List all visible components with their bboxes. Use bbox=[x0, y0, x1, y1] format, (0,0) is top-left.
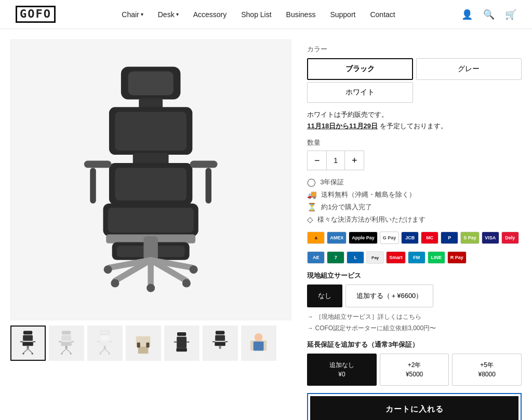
svg-line-44 bbox=[62, 348, 66, 353]
svg-line-34 bbox=[23, 348, 28, 353]
svg-rect-11 bbox=[206, 168, 211, 204]
warranty-title: 延長保証を追加する（通常3年保証） bbox=[307, 340, 522, 349]
qty-minus-button[interactable]: − bbox=[308, 151, 326, 170]
svg-line-35 bbox=[28, 348, 33, 353]
cart-button-container: カートに入れる bbox=[307, 393, 522, 420]
warranty-none-button[interactable]: 追加なし¥0 bbox=[307, 354, 377, 386]
thumbnail-3[interactable] bbox=[87, 326, 123, 361]
product-images bbox=[10, 39, 291, 420]
svg-rect-59 bbox=[138, 346, 149, 354]
pay-misc1: Pay bbox=[366, 251, 384, 264]
assembly-options: なし 追加する（＋¥6600） bbox=[307, 284, 522, 307]
svg-point-26 bbox=[104, 266, 112, 274]
assembly-link-1[interactable]: → ［現地組立サービス］詳しくはこちら bbox=[307, 311, 522, 323]
logo-text: GOFO bbox=[16, 6, 56, 22]
svg-rect-75 bbox=[254, 341, 264, 350]
nav-accessory[interactable]: Accessory bbox=[193, 10, 227, 19]
svg-rect-38 bbox=[62, 331, 71, 334]
assembly-title: 現地組立サービス bbox=[307, 271, 522, 280]
svg-rect-39 bbox=[62, 335, 72, 341]
color-black[interactable]: ブラック bbox=[307, 58, 413, 80]
svg-rect-48 bbox=[100, 331, 109, 334]
svg-rect-8 bbox=[84, 161, 112, 168]
feature-warranty: ◯ 3年保証 bbox=[307, 178, 522, 187]
pay-gpay: G Pay bbox=[380, 232, 400, 244]
assembly-none-button[interactable]: なし bbox=[307, 284, 342, 307]
reservation-dates: 11月18日から11月29日 bbox=[307, 122, 378, 130]
svg-point-23 bbox=[111, 279, 119, 288]
svg-rect-28 bbox=[23, 331, 32, 334]
pay-dely: Dely bbox=[501, 232, 519, 244]
page-content: カラー ブラック グレー ホワイト ホワイトは予約販売です。 11月18日から1… bbox=[0, 29, 532, 420]
svg-rect-60 bbox=[137, 342, 140, 347]
svg-rect-61 bbox=[147, 342, 150, 347]
svg-rect-9 bbox=[190, 161, 218, 168]
product-info: カラー ブラック グレー ホワイト ホワイトは予約販売です。 11月18日から1… bbox=[291, 39, 522, 420]
pay-mastercard: MC bbox=[421, 232, 438, 244]
main-nav: Chair Desk Accessory Shop List Business … bbox=[122, 10, 395, 19]
nav-support[interactable]: Support bbox=[330, 10, 355, 19]
svg-line-54 bbox=[100, 348, 105, 353]
main-product-image bbox=[10, 39, 291, 320]
time-icon: ⏳ bbox=[307, 202, 317, 212]
add-to-cart-button[interactable]: カートに入れる bbox=[310, 396, 518, 420]
pay-shopify: S Pay bbox=[460, 232, 480, 244]
warranty-options: 追加なし¥0 +2年¥5000 +5年¥8000 bbox=[307, 354, 522, 386]
thumbnail-4[interactable] bbox=[126, 326, 161, 361]
svg-rect-4 bbox=[115, 112, 187, 151]
qty-label: 数量 bbox=[307, 138, 522, 147]
assembly-link-2[interactable]: → COFO認定サポーターに組立依頼3,000円〜 bbox=[307, 323, 522, 334]
svg-point-74 bbox=[255, 333, 263, 342]
svg-rect-69 bbox=[212, 341, 216, 342]
svg-rect-31 bbox=[33, 341, 36, 342]
pay-jcb: JCB bbox=[401, 232, 419, 244]
svg-rect-50 bbox=[97, 341, 100, 342]
search-icon[interactable]: 🔍 bbox=[483, 9, 495, 20]
nav-desk[interactable]: Desk bbox=[158, 10, 179, 19]
pay-linepay: LINE bbox=[428, 251, 445, 264]
account-icon[interactable]: 👤 bbox=[461, 9, 473, 20]
logo[interactable]: GOFO bbox=[16, 6, 56, 22]
nav-business[interactable]: Business bbox=[286, 10, 316, 19]
svg-rect-49 bbox=[100, 335, 110, 341]
feature-payment: ◇ 様々な決済方法が利用いただけます bbox=[307, 215, 522, 224]
svg-rect-10 bbox=[90, 168, 96, 204]
qty-plus-button[interactable]: + bbox=[345, 151, 364, 170]
thumbnail-7[interactable] bbox=[241, 326, 276, 361]
svg-rect-41 bbox=[71, 341, 74, 342]
nav-contact[interactable]: Contact bbox=[370, 10, 395, 19]
feature-time: ⏳ 約1分で購入完了 bbox=[307, 202, 522, 212]
pay-american-express: AE bbox=[307, 251, 325, 264]
svg-point-24 bbox=[182, 279, 191, 288]
assembly-add-button[interactable]: 追加する（＋¥6600） bbox=[345, 284, 433, 307]
svg-line-55 bbox=[105, 348, 110, 353]
assembly-links: → ［現地組立サービス］詳しくはこちら → COFO認定サポーターに組立依頼3,… bbox=[307, 311, 522, 334]
color-gray[interactable]: グレー bbox=[416, 58, 522, 80]
color-label: カラー bbox=[307, 45, 522, 54]
svg-point-47 bbox=[70, 353, 72, 354]
nav-shoplist[interactable]: Shop List bbox=[241, 10, 271, 19]
pay-applepay: Apple Pay bbox=[349, 232, 378, 244]
pay-smartpay: Smart bbox=[386, 251, 406, 264]
svg-rect-32 bbox=[23, 342, 33, 346]
pay-amex: AMEX bbox=[327, 232, 347, 244]
color-selector: ブラック グレー bbox=[307, 58, 522, 80]
warranty-icon: ◯ bbox=[307, 178, 316, 187]
svg-rect-7 bbox=[115, 168, 187, 201]
thumbnail-row bbox=[10, 326, 291, 361]
thumbnail-1[interactable] bbox=[10, 326, 46, 361]
cart-icon[interactable]: 🛒 bbox=[505, 9, 516, 20]
svg-rect-51 bbox=[110, 341, 113, 342]
nav-chair[interactable]: Chair bbox=[122, 10, 143, 19]
pay-lawson: L bbox=[347, 251, 364, 264]
chair-svg bbox=[32, 61, 270, 299]
warranty-5yr-button[interactable]: +5年¥8000 bbox=[452, 354, 522, 386]
thumbnail-2[interactable] bbox=[49, 326, 84, 361]
feature-shipping: 🚚 送料無料（沖縄・離島を除く） bbox=[307, 190, 522, 199]
svg-rect-72 bbox=[219, 346, 221, 349]
color-white[interactable]: ホワイト bbox=[307, 82, 413, 103]
warranty-2yr-button[interactable]: +2年¥5000 bbox=[380, 354, 449, 386]
svg-rect-42 bbox=[61, 342, 72, 346]
thumbnail-6[interactable] bbox=[203, 326, 238, 361]
thumbnail-5[interactable] bbox=[164, 326, 200, 361]
